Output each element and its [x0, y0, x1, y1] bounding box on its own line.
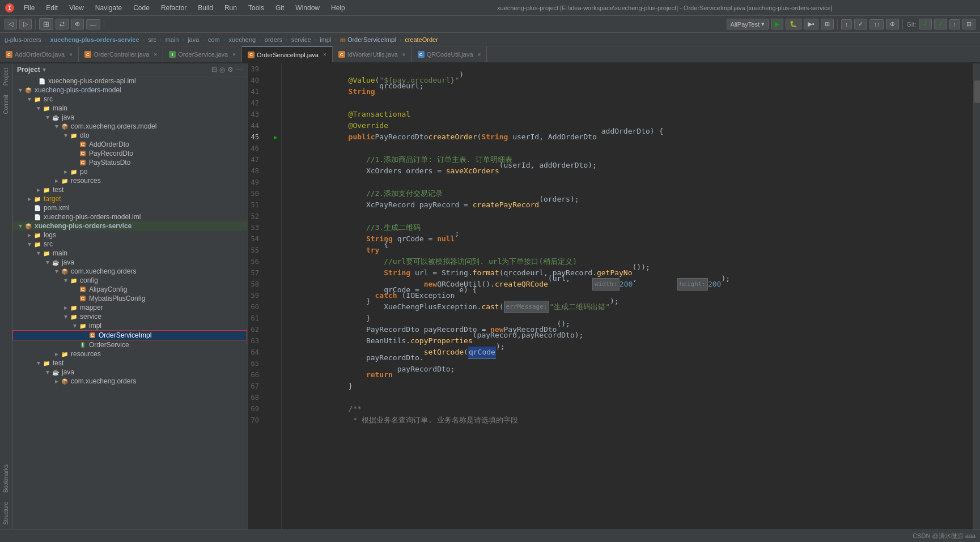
git-status-check[interactable]: ✓ [919, 19, 932, 29]
tree-item-order-service-impl[interactable]: C OrderServiceImpl [12, 330, 247, 340]
tree-item-service-module[interactable]: ▾ 📦 xuecheng-plus-orders-service [12, 221, 247, 231]
menu-view[interactable]: View [67, 3, 86, 13]
git-status-check2[interactable]: ✓ [934, 19, 947, 29]
tree-item-logs[interactable]: ▸ 📁 logs [12, 231, 247, 240]
menu-build[interactable]: Build [196, 3, 215, 13]
tree-item-svc-src[interactable]: ▾ 📁 src [12, 240, 247, 249]
right-scroll-indicator[interactable] [973, 63, 980, 530]
menu-refactor[interactable]: Refactor [159, 3, 189, 13]
git-options[interactable]: ⊞ [962, 19, 975, 29]
run-coverage-button[interactable]: ▶▪ [804, 19, 818, 29]
tree-item-model-pkg[interactable]: ▾ 📦 com.xuecheng.orders.model [12, 122, 247, 131]
tree-item-svc-test-java[interactable]: ▾ ☕ java [12, 368, 247, 377]
tree-item-model-main[interactable]: ▾ 📁 main [12, 104, 247, 113]
debug-button[interactable]: 🐛 [786, 19, 801, 29]
tree-settings-btn[interactable]: ⚙ [227, 66, 234, 74]
side-label-project[interactable]: Project [1, 63, 11, 90]
minimize-button[interactable]: — [86, 19, 100, 29]
tree-item-svc-java[interactable]: ▾ ☕ java [12, 258, 247, 267]
sync-button[interactable]: ⇄ [56, 19, 69, 29]
commit-button[interactable]: ✓ [854, 19, 867, 29]
tree-item-target[interactable]: ▸ 📁 target [12, 194, 247, 203]
tree-item-dto[interactable]: ▾ 📁 dto [12, 131, 247, 140]
tree-item-add-order-dto[interactable]: C AddOrderDto [12, 140, 247, 149]
breadcrumb-main[interactable]: main [166, 36, 179, 43]
tree-hide-btn[interactable]: — [236, 66, 243, 74]
breadcrumb-src[interactable]: src [148, 36, 156, 43]
tab-order-service[interactable]: I OrderService.java × [163, 46, 242, 62]
tree-item-mybatis-config[interactable]: C MybatisPlusConfig [12, 294, 247, 303]
project-structure-button[interactable]: ⊞ [39, 18, 53, 30]
tab-close-service[interactable]: × [232, 52, 236, 58]
tab-close-qrcode[interactable]: × [478, 52, 481, 58]
side-label-bookmarks[interactable]: Bookmarks [1, 460, 11, 497]
tree-item-pay-record-dto[interactable]: C PayRecordDto [12, 149, 247, 158]
breadcrumb-root[interactable]: g-plus-orders [5, 36, 41, 43]
forward-button[interactable]: ▷ [19, 19, 32, 29]
tree-item-config[interactable]: ▾ 📁 config [12, 276, 247, 285]
tab-close-controller[interactable]: × [154, 52, 157, 58]
side-label-commit[interactable]: Commit [1, 90, 11, 118]
settings-button[interactable]: ⊜ [71, 19, 84, 29]
tab-close-id-worker[interactable]: × [402, 52, 406, 58]
breadcrumb-service[interactable]: service [291, 36, 311, 43]
tree-item-svc-resources[interactable]: ▸ 📁 resources [12, 349, 247, 359]
menu-window[interactable]: Window [293, 3, 322, 13]
tree-item-model-iml[interactable]: 📄 xuecheng-plus-orders-model.iml [12, 212, 247, 221]
run-button[interactable]: ▶ [771, 19, 783, 29]
tree-item-model-java[interactable]: ▾ ☕ java [12, 113, 247, 122]
breadcrumb-impl[interactable]: impl [320, 36, 331, 43]
breadcrumb-orders[interactable]: orders [265, 36, 282, 43]
run-config-button[interactable]: AliPayTest ▾ [727, 19, 769, 29]
code-editor[interactable]: 39 40 41 42 43 44 45 46 47 48 49 50 51 5… [248, 63, 980, 530]
push-button[interactable]: ↑↑ [869, 19, 884, 29]
tab-close-service-impl[interactable]: × [323, 52, 326, 58]
tree-item-svc-service[interactable]: ▾ 📁 service [12, 312, 247, 321]
tree-item-api-iml[interactable]: 📄 xuecheng-plus-orders-api.iml [12, 76, 247, 86]
menu-tools[interactable]: Tools [246, 3, 266, 13]
tree-item-mapper[interactable]: ▸ 📁 mapper [12, 303, 247, 312]
breadcrumb-com[interactable]: com [208, 36, 220, 43]
menu-run[interactable]: Run [222, 3, 239, 13]
breadcrumb-module[interactable]: xuecheng-plus-orders-service [50, 36, 139, 43]
locate-btn[interactable]: ◎ [219, 66, 225, 74]
tree-item-test[interactable]: ▸ 📁 test [12, 185, 247, 194]
menu-edit[interactable]: Edit [44, 3, 60, 13]
tree-item-order-service[interactable]: I OrderService [12, 340, 247, 349]
tab-close-add-order[interactable]: × [69, 52, 73, 58]
tab-qrcode[interactable]: C QRCodeUtil.java × [412, 46, 487, 62]
side-label-structure[interactable]: Structure [1, 497, 11, 530]
breadcrumb-java[interactable]: java [188, 36, 199, 43]
tree-item-pom[interactable]: 📄 pom.xml [12, 203, 247, 212]
tree-item-svc-test-pkg[interactable]: ▸ 📦 com.xuecheng.orders [12, 377, 247, 386]
code-line-67: } [286, 381, 973, 392]
breadcrumb-xuecheng[interactable]: xuecheng [228, 36, 256, 43]
collapse-all-btn[interactable]: ⊟ [211, 66, 217, 74]
menu-help[interactable]: Help [329, 3, 347, 13]
tree-item-model[interactable]: ▾ 📦 xuecheng-plus-orders-model [12, 86, 247, 95]
tree-item-model-src[interactable]: ▾ 📁 src [12, 95, 247, 104]
tree-item-svc-pkg[interactable]: ▾ 📦 com.xuecheng.orders [12, 267, 247, 276]
tree-item-impl[interactable]: ▾ 📁 impl [12, 321, 247, 330]
tree-item-alipay-config[interactable]: C AlipayConfig [12, 285, 247, 294]
tree-item-svc-test[interactable]: ▾ 📁 test [12, 359, 247, 368]
git-more-button[interactable]: ⊕ [886, 19, 899, 29]
menu-navigate[interactable]: Navigate [93, 3, 124, 13]
tab-add-order-dto[interactable]: C AddOrderDto.java × [0, 46, 79, 62]
back-button[interactable]: ◁ [5, 19, 17, 29]
tab-order-controller[interactable]: C OrderController.java × [79, 46, 163, 62]
tab-id-worker[interactable]: C IdWorkerUtils.java × [333, 46, 412, 62]
tree-item-resources[interactable]: ▸ 📁 resources [12, 176, 247, 185]
menu-git[interactable]: Git [273, 3, 286, 13]
update-button[interactable]: ↑ [841, 19, 852, 29]
menu-code[interactable]: Code [131, 3, 152, 13]
tree-item-po[interactable]: ▸ 📁 po [12, 167, 247, 176]
tab-order-service-impl[interactable]: C OrderServiceImpl.java × [242, 46, 333, 62]
tree-dropdown-arrow[interactable]: ▾ [43, 66, 46, 74]
menu-file[interactable]: File [22, 3, 37, 13]
code-content[interactable]: @Value("${pay.qrcodeurl}") String qrcode… [282, 63, 973, 530]
tree-item-svc-main[interactable]: ▾ 📁 main [12, 249, 247, 258]
more-run-button[interactable]: ⊞ [821, 19, 834, 29]
git-push-btn[interactable]: ↑ [949, 19, 961, 29]
tree-item-pay-status-dto[interactable]: C PayStatusDto [12, 158, 247, 167]
